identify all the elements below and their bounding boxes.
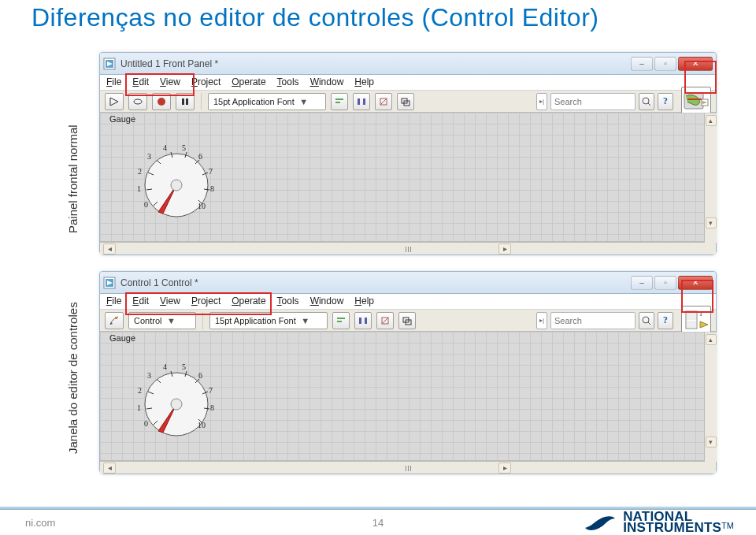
scroll-thumb-icon: ⅠⅠⅠ: [405, 245, 412, 254]
scroll-left-icon[interactable]: ◂: [103, 243, 116, 254]
labview-app-icon: [103, 58, 116, 70]
gauge-label: Gauge: [109, 114, 135, 124]
font-combo[interactable]: 15pt Application Font ▼: [208, 93, 326, 110]
scroll-left-icon[interactable]: ◂: [103, 463, 116, 474]
svg-text:6: 6: [198, 371, 202, 380]
svg-point-14: [643, 98, 649, 104]
svg-text:2: 2: [138, 386, 142, 395]
maximize-button[interactable]: ▫: [654, 276, 676, 290]
scroll-up-icon[interactable]: ▴: [706, 115, 717, 126]
svg-rect-6: [186, 98, 188, 105]
svg-text:2: 2: [138, 167, 142, 176]
svg-text:6: 6: [198, 152, 202, 161]
scroll-right-icon[interactable]: ▸: [498, 243, 511, 254]
svg-point-54: [643, 317, 649, 323]
svg-text:5: 5: [182, 362, 186, 371]
context-help-button[interactable]: ?: [658, 93, 673, 110]
reorder-button[interactable]: [398, 312, 416, 329]
menu-window[interactable]: Window: [310, 295, 344, 309]
distribute-button[interactable]: [353, 93, 370, 110]
svg-text:3: 3: [147, 371, 151, 380]
highlight-connector-icon: [681, 280, 713, 313]
logo-tm: TM: [721, 521, 734, 530]
svg-text:8: 8: [210, 403, 214, 412]
resize-button[interactable]: [375, 93, 392, 110]
menu-file[interactable]: File: [106, 76, 121, 90]
gauge-control[interactable]: 0 1 2 3 4 5 6 7 8 10: [119, 127, 234, 218]
font-combo-label: 15pt Application Font: [213, 97, 295, 106]
svg-rect-10: [363, 98, 365, 105]
svg-rect-49: [359, 318, 361, 324]
search-prev-icon[interactable]: ▸|: [536, 93, 547, 110]
svg-point-42: [171, 180, 182, 191]
context-help-button[interactable]: ?: [658, 312, 673, 329]
menu-help[interactable]: Help: [354, 76, 374, 90]
scrollbar-horizontal[interactable]: ◂ ⅠⅠⅠ ▸: [100, 461, 716, 474]
svg-point-83: [171, 399, 182, 410]
svg-text:7: 7: [209, 386, 213, 395]
panel-a-caption: Painel frontal normal: [66, 214, 80, 233]
svg-marker-60: [700, 321, 708, 328]
scrollbar-vertical[interactable]: ▴ ▾: [704, 113, 717, 243]
scrollbar-vertical[interactable]: ▴ ▾: [704, 333, 717, 462]
panel-b-caption: Janela do editor de controles: [66, 435, 80, 454]
menu-project[interactable]: Project: [191, 76, 220, 90]
menu-file[interactable]: File: [106, 295, 121, 309]
scroll-thumb-icon: ⅠⅠⅠ: [405, 464, 412, 473]
scroll-down-icon[interactable]: ▾: [706, 217, 717, 228]
menu-tools[interactable]: Tools: [277, 295, 299, 309]
reorder-button[interactable]: [397, 93, 414, 110]
ni-logo: NATIONAL INSTRUMENTSTM: [584, 511, 734, 533]
svg-rect-58: [687, 321, 696, 328]
svg-rect-9: [358, 98, 360, 105]
search-icon[interactable]: [639, 312, 654, 329]
highlight-run-buttons: [125, 73, 195, 96]
window-title: Control 1 Control *: [120, 277, 631, 288]
run-button[interactable]: [105, 93, 124, 110]
maximize-button[interactable]: ▫: [654, 57, 676, 71]
search-input[interactable]: [550, 93, 636, 110]
menu-window[interactable]: Window: [310, 76, 344, 90]
search-prev-icon[interactable]: ▸|: [536, 312, 547, 329]
distribute-button[interactable]: [354, 312, 372, 329]
scroll-right-icon[interactable]: ▸: [498, 463, 511, 474]
minimize-button[interactable]: –: [631, 276, 653, 290]
edit-mode-button[interactable]: [105, 312, 124, 329]
svg-rect-8: [335, 102, 340, 103]
menu-help[interactable]: Help: [354, 295, 374, 309]
highlight-edit-controls: [125, 292, 272, 315]
gauge-control[interactable]: 0 1 2 3 4 5 6 7 8 10: [119, 346, 234, 437]
resize-button[interactable]: [376, 312, 394, 329]
grid-workarea[interactable]: Gauge 0 1 2 3 4 5 6 7 8 10: [100, 332, 716, 461]
svg-text:7: 7: [209, 167, 213, 176]
svg-rect-7: [335, 98, 343, 100]
menu-operate[interactable]: Operate: [232, 76, 265, 90]
chevron-down-icon: ▼: [165, 316, 177, 325]
scroll-down-icon[interactable]: ▾: [706, 437, 717, 448]
ni-eagle-icon: [584, 512, 617, 533]
svg-text:0: 0: [144, 419, 148, 428]
align-button[interactable]: [331, 93, 348, 110]
highlight-vi-icon: [684, 61, 717, 94]
chevron-down-icon: ▼: [298, 97, 310, 106]
slide-title: Diferenças no editor de controles (Contr…: [32, 3, 598, 32]
grid-workarea[interactable]: Gauge 0 1 2 3 4 5 6 7 8 10: [100, 113, 716, 242]
svg-point-4: [158, 98, 165, 106]
svg-rect-50: [365, 318, 367, 324]
svg-text:1: 1: [137, 403, 141, 412]
menu-tools[interactable]: Tools: [277, 76, 299, 90]
svg-rect-5: [182, 98, 184, 105]
align-button[interactable]: [332, 312, 350, 329]
footer-site: ni.com: [25, 517, 55, 529]
svg-rect-47: [337, 318, 345, 319]
labview-app-icon: [103, 277, 116, 289]
svg-marker-3: [110, 98, 118, 106]
search-icon[interactable]: [639, 93, 654, 110]
search-input[interactable]: [550, 312, 636, 329]
svg-rect-48: [337, 321, 342, 322]
svg-rect-46: [115, 317, 117, 319]
scrollbar-horizontal[interactable]: ◂ ⅠⅠⅠ ▸: [100, 242, 716, 254]
scroll-up-icon[interactable]: ▴: [706, 334, 717, 345]
minimize-button[interactable]: –: [631, 57, 653, 71]
svg-line-15: [648, 103, 650, 106]
